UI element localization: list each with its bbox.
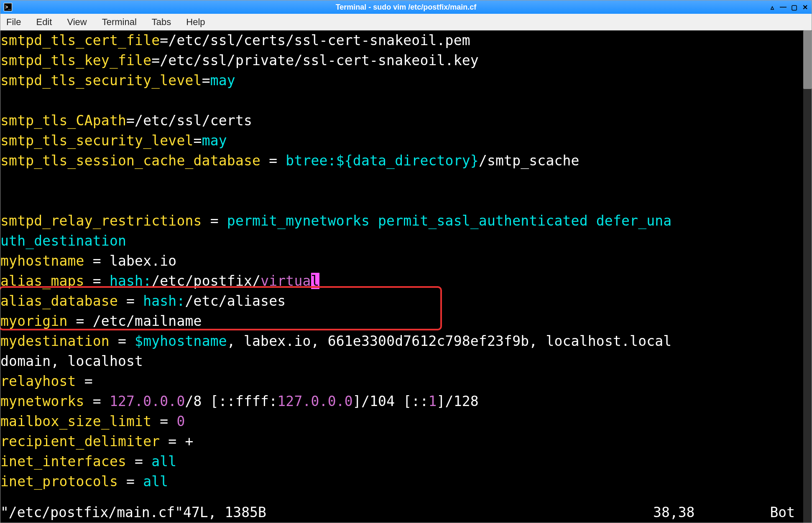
- terminal-window: >_ Terminal - sudo vim /etc/postfix/main…: [0, 0, 812, 523]
- scrollbar-thumb[interactable]: [803, 30, 812, 89]
- terminal-body[interactable]: smtpd_tls_cert_file=/etc/ssl/certs/ssl-c…: [0, 30, 812, 523]
- terminal-app-icon: >_: [4, 3, 12, 11]
- shade-icon[interactable]: ▵: [768, 3, 776, 11]
- menu-file[interactable]: File: [5, 16, 23, 28]
- status-scroll: Bot: [770, 503, 795, 523]
- scrollbar-track[interactable]: [803, 30, 812, 523]
- menu-edit[interactable]: Edit: [34, 16, 54, 28]
- menu-terminal[interactable]: Terminal: [100, 16, 138, 28]
- vim-status-line: "/etc/postfix/main.cf" 47L, 1385B 38,38 …: [0, 503, 812, 523]
- menubar: File Edit View Terminal Tabs Help: [0, 14, 812, 30]
- menu-tabs[interactable]: Tabs: [150, 16, 173, 28]
- menu-view[interactable]: View: [65, 16, 88, 28]
- maximize-icon[interactable]: ▢: [790, 3, 798, 11]
- menu-help[interactable]: Help: [184, 16, 207, 28]
- minimize-icon[interactable]: —: [779, 3, 787, 11]
- window-controls: ▵ — ▢ ✕: [768, 3, 809, 11]
- titlebar[interactable]: >_ Terminal - sudo vim /etc/postfix/main…: [0, 0, 812, 14]
- status-fileinfo: 47L, 1385B: [183, 503, 266, 523]
- close-icon[interactable]: ✕: [801, 3, 809, 11]
- editor-content[interactable]: smtpd_tls_cert_file=/etc/ssl/certs/ssl-c…: [0, 30, 812, 492]
- window-title: Terminal - sudo vim /etc/postfix/main.cf: [336, 3, 477, 12]
- status-position: 38,38: [653, 503, 695, 523]
- status-filename: "/etc/postfix/main.cf": [0, 503, 183, 523]
